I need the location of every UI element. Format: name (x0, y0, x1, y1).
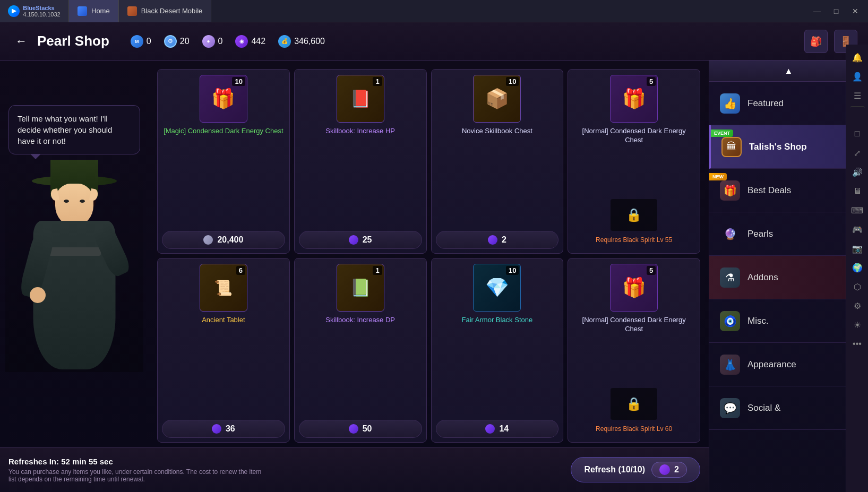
items-row-2: 📜 6 Ancient Tablet 36 📗 (157, 258, 700, 443)
settings-button[interactable]: ⚙ (849, 297, 866, 314)
sidebar-item-deals[interactable]: 🎁 Best Deals ▼ (709, 169, 868, 212)
price-value: 14 (499, 424, 509, 434)
menu-button[interactable]: ☰ (849, 87, 866, 104)
keyboard-button[interactable]: ⌨ (849, 202, 866, 219)
price-icon-pearl (212, 424, 221, 434)
bluestacks-icon: ▶ (8, 5, 20, 17)
back-button[interactable]: ← (11, 31, 32, 52)
game-icon (127, 6, 137, 16)
item-image: 📜 6 (200, 264, 247, 312)
controller-button[interactable]: 🎮 (849, 221, 866, 238)
window-close-button[interactable]: ✕ (847, 4, 864, 19)
price-icon-silver (203, 235, 213, 245)
item-price: 25 (299, 231, 422, 249)
bluestacks-logo: ▶ BlueStacks 4.150.10.1032 (0, 0, 69, 22)
item-card-fair-armor[interactable]: 💎 10 Fair Armor Black Stone 14 (431, 258, 564, 443)
item-name: Skillbook: Increase HP (325, 127, 395, 227)
main-content: ← Pearl Shop M 0 ⚙ 20 ● 0 ◉ 442 💰 346,60… (0, 22, 868, 492)
item-card-magic-chest[interactable]: 🎁 10 [Magic] Condensed Dark Energy Chest… (157, 69, 290, 254)
tab-home[interactable]: Home (69, 0, 119, 22)
volume-button[interactable]: 🔊 (849, 163, 866, 180)
account-button[interactable]: 👤 (849, 68, 866, 85)
item-image: 🎁 5 (610, 75, 658, 123)
misc-icon: 🧿 (720, 311, 740, 331)
tab-game[interactable]: Black Desert Mobile (119, 0, 212, 22)
item-count: 5 (647, 266, 656, 275)
price-icon-pearl (349, 424, 358, 434)
item-price: 2 (436, 231, 559, 249)
item-card-normal-chest-1[interactable]: 🎁 5 [Normal] Condensed Dark Energy Chest… (568, 69, 700, 254)
item-name: Ancient Tablet (202, 316, 245, 416)
display-button[interactable]: 🖥 (849, 183, 866, 200)
currency-s-value: 0 (218, 37, 223, 46)
more-button[interactable]: ••• (849, 335, 866, 352)
speech-bubble: Tell me what you want! I'll decide wheth… (8, 105, 140, 154)
lock-icon: 🔒 (626, 208, 642, 222)
item-card-skillbook-dp[interactable]: 📗 1 Skillbook: Increase DP 50 (294, 258, 427, 443)
macro-button[interactable]: ⬡ (849, 278, 866, 295)
refresh-btn-label: Refresh (10/10) (584, 465, 645, 474)
window-minimize-button[interactable]: — (809, 4, 826, 19)
item-price: 14 (436, 420, 559, 438)
sidebar-item-misc[interactable]: 🧿 Misc. ▼ (709, 299, 868, 343)
refresh-time: 52 min 55 sec (61, 457, 113, 466)
currency-m: M 0 (131, 35, 151, 48)
sidebar-scroll-up[interactable]: ▲ (709, 61, 868, 82)
item-card-novice-chest[interactable]: 📦 10 Novice Skillbook Chest 2 (431, 69, 564, 254)
character-figure (5, 160, 143, 372)
currency-g-icon: ⚙ (164, 35, 177, 48)
shop-body: Tell me what you want! I'll decide wheth… (0, 61, 868, 492)
speech-text: Tell me what you want! I'll decide wheth… (18, 114, 112, 145)
item-count: 10 (506, 266, 519, 275)
scroll-up-icon: ▲ (785, 66, 793, 76)
sidebar-item-pearls[interactable]: 🔮 Pearls ▼ (709, 212, 868, 256)
bs-version: 4.150.10.1032 (23, 11, 60, 18)
item-card-normal-chest-2[interactable]: 🎁 5 [Normal] Condensed Dark Energy Chest… (568, 258, 700, 443)
price-icon-pearl (349, 235, 358, 245)
item-name: Skillbook: Increase DP (325, 316, 395, 416)
price-icon-pearl (485, 424, 495, 434)
refresh-timer: Refreshes In: 52 min 55 sec (8, 457, 263, 466)
item-count: 10 (232, 77, 245, 86)
lock-icon: 🔒 (626, 396, 642, 411)
item-count: 6 (236, 266, 245, 275)
items-grid-wrapper: 🎁 10 [Magic] Condensed Dark Energy Chest… (157, 69, 700, 443)
price-icon-pearl (488, 235, 497, 245)
appearance-icon: 👗 (720, 355, 740, 375)
price-value: 36 (226, 424, 235, 434)
item-count: 5 (647, 77, 656, 86)
currency-c: 💰 346,600 (278, 35, 325, 48)
sidebar-item-featured[interactable]: 👍 Featured (709, 82, 868, 125)
sidebar-item-appearance[interactable]: 👗 Appearance ▼ (709, 343, 868, 386)
window-maximize-button[interactable]: □ (828, 4, 845, 19)
item-card-skillbook-hp[interactable]: 📕 1 Skillbook: Increase HP 25 (294, 69, 427, 254)
item-image: 📕 1 (337, 75, 384, 123)
camera-button[interactable]: 📷 (849, 240, 866, 257)
inventory-button[interactable]: 🎒 (804, 30, 828, 53)
expand-button[interactable]: ⤢ (849, 144, 866, 161)
currency-s-icon: ● (202, 35, 215, 48)
pearl-icon (659, 464, 670, 475)
pearls-icon: 🔮 (720, 224, 740, 244)
refresh-button[interactable]: Refresh (10/10) 2 (571, 457, 700, 482)
brightness-button[interactable]: ☀ (849, 316, 866, 333)
sidebar-label-social: Social & (747, 403, 857, 413)
currency-g: ⚙ 20 (164, 35, 190, 48)
items-area: Tell me what you want! I'll decide wheth… (0, 61, 709, 447)
shop-bottom: Refreshes In: 52 min 55 sec You can purc… (0, 447, 709, 492)
restore-button[interactable]: □ (849, 125, 866, 142)
location-button[interactable]: 🌍 (849, 259, 866, 276)
currency-p: ◉ 442 (235, 35, 265, 48)
sidebar-item-social[interactable]: 💬 Social & (709, 386, 868, 430)
item-card-ancient-tablet[interactable]: 📜 6 Ancient Tablet 36 (157, 258, 290, 443)
currency-s: ● 0 (202, 35, 223, 48)
items-row-1: 🎁 10 [Magic] Condensed Dark Energy Chest… (157, 69, 700, 254)
item-price: 36 (162, 420, 285, 438)
item-price: 50 (299, 420, 422, 438)
item-count: 10 (506, 77, 519, 86)
taskbar-right: — □ ✕ (809, 4, 868, 19)
sidebar-item-addons[interactable]: ⚗ Addons ▼ (709, 256, 868, 299)
refresh-desc: You can purchase any items you like, und… (8, 468, 263, 483)
sidebar-item-talish[interactable]: 🏛 Talish's Shop (709, 125, 868, 169)
notification-button[interactable]: 🔔 (849, 49, 866, 66)
